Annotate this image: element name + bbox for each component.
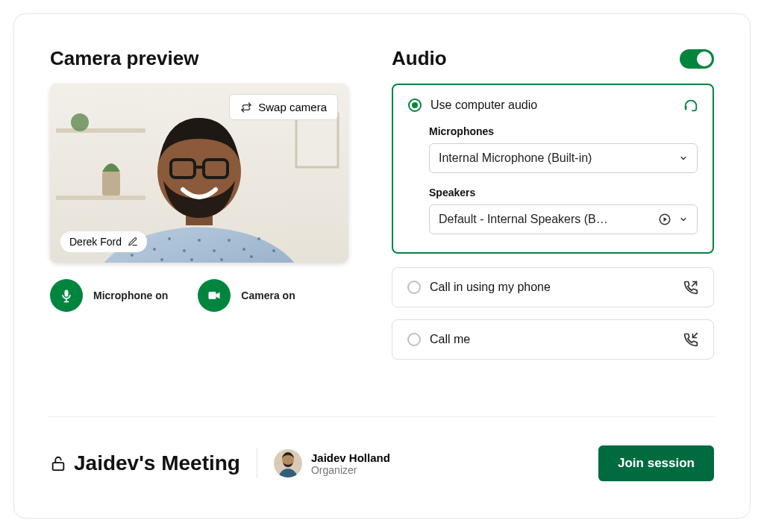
swap-icon [240, 101, 252, 113]
join-session-button[interactable]: Join session [598, 445, 714, 481]
prejoin-panel: Camera preview [13, 13, 751, 519]
radio-call-me[interactable] [407, 333, 421, 346]
camera-preview: Swap camera Derek Ford [50, 84, 348, 263]
svg-rect-1 [56, 128, 145, 133]
svg-line-33 [693, 334, 698, 338]
play-test-icon[interactable] [658, 213, 671, 226]
speaker-selected-value: Default - Internal Speakers (B… [439, 213, 608, 226]
camera-toggle-button[interactable] [198, 279, 231, 312]
radio-call-in[interactable] [407, 281, 421, 294]
svg-line-32 [692, 282, 697, 287]
svg-rect-29 [685, 106, 687, 110]
camera-status-label: Camera on [241, 290, 295, 301]
use-computer-audio-option[interactable]: Use computer audio Microphones Internal … [392, 84, 714, 254]
use-computer-audio-label: Use computer audio [430, 98, 537, 112]
organizer-block: Jaidev Holland Organizer [274, 449, 390, 478]
phone-out-icon [683, 280, 698, 295]
chevron-down-icon [679, 215, 688, 224]
camera-column: Camera preview [50, 47, 348, 372]
svg-rect-28 [209, 292, 216, 299]
meeting-title: Jaidev's Meeting [74, 451, 240, 475]
svg-rect-26 [66, 299, 67, 301]
footer: Jaidev's Meeting Jaidev Holland Organize… [50, 445, 714, 481]
svg-point-20 [272, 249, 275, 252]
microphone-toggle-button[interactable] [50, 279, 83, 312]
svg-rect-4 [102, 172, 120, 195]
svg-rect-2 [56, 195, 145, 200]
call-in-option[interactable]: Call in using my phone [392, 267, 714, 307]
svg-point-9 [183, 249, 186, 252]
microphone-selected-value: Internal Microphone (Built-in) [439, 151, 592, 165]
camera-preview-title: Camera preview [50, 47, 348, 70]
organizer-name: Jaidev Holland [311, 451, 390, 464]
svg-rect-5 [296, 113, 338, 167]
divider [48, 416, 716, 417]
svg-point-13 [242, 248, 245, 251]
audio-toggle[interactable] [680, 49, 714, 69]
microphones-label: Microphones [429, 125, 698, 137]
svg-point-10 [198, 239, 201, 242]
chevron-down-icon [679, 154, 688, 163]
call-in-label: Call in using my phone [430, 281, 551, 294]
svg-point-12 [228, 239, 231, 242]
edit-icon [128, 237, 138, 247]
phone-in-icon [683, 332, 698, 347]
call-me-option[interactable]: Call me [392, 319, 714, 360]
radio-computer-audio[interactable] [408, 98, 422, 112]
organizer-avatar [274, 449, 302, 478]
svg-point-18 [220, 258, 223, 261]
headset-icon [683, 97, 699, 113]
svg-rect-34 [53, 463, 64, 470]
microphone-status-label: Microphone on [93, 290, 168, 301]
speaker-dropdown[interactable]: Default - Internal Speakers (B… [429, 204, 698, 234]
swap-camera-button[interactable]: Swap camera [229, 94, 338, 120]
media-controls: Microphone on Camera on [50, 279, 348, 312]
camera-icon [207, 288, 222, 303]
name-chip[interactable]: Derek Ford [60, 231, 147, 252]
microphone-dropdown[interactable]: Internal Microphone (Built-in) [429, 143, 698, 173]
svg-marker-31 [664, 217, 668, 222]
svg-point-3 [71, 113, 89, 131]
audio-column: Audio Use computer audio Microphones [392, 47, 714, 372]
unlock-icon [50, 454, 66, 473]
vertical-divider [257, 448, 257, 478]
microphone-icon [59, 288, 74, 303]
svg-point-19 [250, 255, 253, 258]
svg-point-14 [257, 237, 260, 240]
preview-user-name: Derek Ford [69, 236, 122, 248]
svg-rect-27 [64, 301, 69, 303]
organizer-role: Organizer [311, 464, 390, 476]
svg-point-16 [160, 258, 163, 261]
svg-point-8 [168, 237, 171, 240]
swap-camera-label: Swap camera [258, 101, 327, 113]
speakers-label: Speakers [429, 187, 698, 198]
svg-point-17 [190, 258, 193, 261]
call-me-label: Call me [430, 333, 470, 346]
audio-title: Audio [392, 47, 447, 70]
svg-point-11 [213, 249, 216, 252]
svg-point-15 [131, 254, 134, 257]
svg-point-7 [153, 248, 156, 251]
